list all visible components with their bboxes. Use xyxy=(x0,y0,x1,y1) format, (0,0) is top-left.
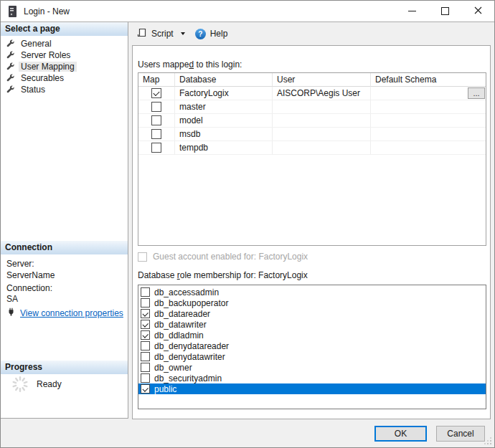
role-item-db_denydatareader[interactable]: db_denydatareader xyxy=(138,340,486,351)
role-item-db_ddladmin[interactable]: db_ddladmin xyxy=(138,330,486,340)
role-label: db_accessadmin xyxy=(154,287,219,297)
role-membership-label: Database role membership for: FactoryLog… xyxy=(138,270,308,280)
server-label: Server: xyxy=(6,259,34,269)
progress-header: Progress xyxy=(1,361,128,374)
sidebar-item-server-roles[interactable]: Server Roles xyxy=(1,49,128,61)
role-checkbox[interactable] xyxy=(141,384,150,394)
map-table-header: MapDatabaseUserDefault Schema xyxy=(138,73,486,87)
role-item-db_owner[interactable]: db_owner xyxy=(138,362,486,373)
view-connection-properties-link[interactable]: View connection properties xyxy=(20,308,123,318)
table-row: msdb xyxy=(138,128,486,141)
role-checkbox[interactable] xyxy=(141,298,150,308)
map-checkbox[interactable] xyxy=(151,88,161,98)
map-cell xyxy=(138,87,175,100)
resize-grip[interactable] xyxy=(484,437,491,444)
role-label: db_owner xyxy=(154,363,192,373)
sidebar-item-label: Status xyxy=(19,85,47,95)
minimize-icon xyxy=(408,11,416,11)
titlebar: Login - New xyxy=(1,1,494,22)
default-schema-cell[interactable]: ... xyxy=(371,87,486,100)
guest-account-label: Guest account enabled for: FactoryLogix xyxy=(153,252,308,262)
sidebar-item-user-mapping[interactable]: User Mapping xyxy=(1,61,128,72)
role-checkbox[interactable] xyxy=(141,330,150,340)
role-label: db_backupoperator xyxy=(154,298,228,308)
role-label: db_datareader xyxy=(154,309,210,319)
cancel-button[interactable]: Cancel xyxy=(436,426,485,442)
database-cell[interactable]: model xyxy=(175,114,273,128)
role-label: db_denydatareader xyxy=(154,341,229,351)
map-checkbox[interactable] xyxy=(151,102,161,112)
role-item-public[interactable]: public xyxy=(138,383,486,394)
maximize-button[interactable] xyxy=(428,1,461,22)
script-button-label: Script xyxy=(151,29,174,39)
wrench-icon xyxy=(6,85,15,94)
role-checkbox[interactable] xyxy=(141,352,150,361)
database-cell[interactable]: tempdb xyxy=(175,141,273,155)
role-checkbox[interactable] xyxy=(141,363,150,372)
role-checkbox[interactable] xyxy=(141,341,150,351)
ok-button[interactable]: OK xyxy=(374,426,427,442)
wrench-icon xyxy=(6,74,15,82)
map-cell xyxy=(138,128,175,141)
login-new-dialog: Login - New Select a page GeneralServer … xyxy=(0,0,495,448)
user-cell[interactable] xyxy=(273,128,371,141)
chevron-down-icon[interactable] xyxy=(181,32,185,35)
guest-account-row: Guest account enabled for: FactoryLogix xyxy=(138,252,308,262)
column-header: User xyxy=(273,73,371,87)
role-checkbox[interactable] xyxy=(141,320,150,329)
user-cell[interactable]: AISCORP\Aegis User xyxy=(273,87,371,100)
role-item-db_accessadmin[interactable]: db_accessadmin xyxy=(138,287,486,297)
sidebar-item-label: General xyxy=(19,39,54,49)
role-label: db_denydatawriter xyxy=(154,352,225,362)
minimize-button[interactable] xyxy=(395,1,428,22)
table-row: model xyxy=(138,114,486,128)
role-item-db_datareader[interactable]: db_datareader xyxy=(138,308,486,319)
connection-label: Connection: xyxy=(6,283,52,293)
database-cell[interactable]: master xyxy=(175,100,273,114)
database-cell[interactable]: msdb xyxy=(175,128,273,141)
role-checkbox[interactable] xyxy=(141,373,150,383)
default-schema-cell[interactable] xyxy=(371,100,486,114)
role-item-db_denydatawriter[interactable]: db_denydatawriter xyxy=(138,351,486,362)
sidebar-item-general[interactable]: General xyxy=(1,38,128,49)
select-a-page-header: Select a page xyxy=(1,22,128,36)
user-cell[interactable] xyxy=(273,141,371,155)
help-button[interactable]: Help xyxy=(192,27,231,42)
table-row: tempdb xyxy=(138,141,486,155)
connection-value: SA xyxy=(6,294,18,304)
default-schema-cell[interactable] xyxy=(371,114,486,128)
close-button[interactable] xyxy=(461,1,494,22)
guest-account-checkbox xyxy=(138,252,147,262)
script-button[interactable]: Script xyxy=(134,26,188,42)
users-mapped-table: MapDatabaseUserDefault Schema FactoryLog… xyxy=(138,72,486,246)
user-cell[interactable] xyxy=(273,100,371,114)
column-header: Default Schema xyxy=(371,73,486,87)
user-cell[interactable] xyxy=(273,114,371,128)
role-label: db_datawriter xyxy=(154,320,207,330)
database-cell[interactable]: FactoryLogix xyxy=(175,87,273,100)
connection-header: Connection xyxy=(1,241,128,254)
map-checkbox[interactable] xyxy=(151,143,161,153)
resize-grip-dots xyxy=(490,443,491,444)
role-item-db_backupoperator[interactable]: db_backupoperator xyxy=(138,297,486,308)
map-cell xyxy=(138,114,175,128)
default-schema-browse-button[interactable]: ... xyxy=(468,87,485,99)
role-checkbox[interactable] xyxy=(141,287,150,297)
role-item-db_securityadmin[interactable]: db_securityadmin xyxy=(138,373,486,383)
map-checkbox[interactable] xyxy=(151,129,161,139)
wrench-icon xyxy=(6,62,15,71)
table-row: FactoryLogixAISCORP\Aegis User... xyxy=(138,87,486,100)
sidebar-item-status[interactable]: Status xyxy=(1,84,128,95)
sidebar-item-securables[interactable]: Securables xyxy=(1,72,128,84)
spinner-icon xyxy=(10,374,30,396)
window-controls xyxy=(395,1,494,22)
plug-icon xyxy=(6,308,16,319)
help-circle-icon xyxy=(195,29,206,39)
map-checkbox[interactable] xyxy=(151,115,161,125)
page-list: GeneralServer RolesUser MappingSecurable… xyxy=(1,38,128,95)
default-schema-cell[interactable] xyxy=(371,141,486,155)
default-schema-cell[interactable] xyxy=(371,128,486,141)
role-item-db_datawriter[interactable]: db_datawriter xyxy=(138,319,486,330)
map-table-body: FactoryLogixAISCORP\Aegis User...masterm… xyxy=(138,87,486,155)
role-checkbox[interactable] xyxy=(141,309,150,318)
